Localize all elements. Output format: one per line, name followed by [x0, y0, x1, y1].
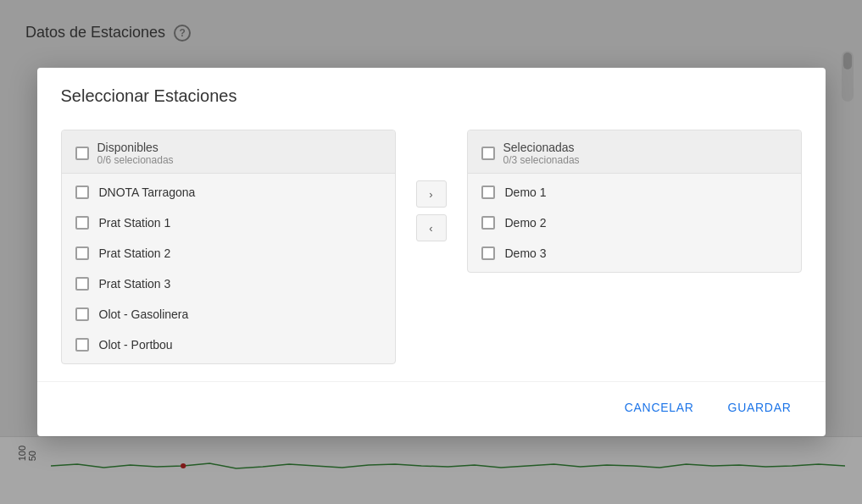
move-right-button[interactable]: ›	[416, 180, 447, 208]
available-checkbox-2[interactable]	[75, 216, 89, 230]
selected-item-1[interactable]: Demo 1	[468, 177, 801, 208]
dialog-body: Disponibles 0/6 selecionadas DNOTA Tarra…	[37, 121, 826, 381]
selected-checkbox-3[interactable]	[481, 246, 495, 260]
selected-item-2[interactable]: Demo 2	[468, 208, 801, 238]
available-item-label-2: Prat Station 1	[99, 216, 171, 230]
available-checkbox-5[interactable]	[75, 307, 89, 321]
available-checkbox-4[interactable]	[75, 277, 89, 291]
available-checkbox-6[interactable]	[75, 338, 89, 352]
background-page: Datos de Estaciones ? 100 50 Seleccionar…	[0, 0, 862, 504]
available-checkbox-3[interactable]	[75, 246, 89, 260]
available-panel-items: DNOTA Tarragona Prat Station 1 Prat Stat…	[62, 174, 395, 363]
selected-checkbox-1[interactable]	[481, 186, 495, 199]
selected-select-all-checkbox[interactable]	[481, 147, 495, 160]
cancel-button[interactable]: CANCELAR	[611, 394, 708, 421]
available-item-3[interactable]: Prat Station 2	[62, 238, 395, 269]
selected-panel: Selecionadas 0/3 selecionadas Demo 1 Dem…	[467, 130, 802, 273]
available-panel-subtitle: 0/6 selecionadas	[97, 154, 174, 166]
available-item-2[interactable]: Prat Station 1	[62, 208, 395, 238]
selected-item-label-2: Demo 2	[505, 216, 547, 230]
modal-overlay: Seleccionar Estaciones Disponibles 0/6 s…	[0, 0, 862, 504]
available-item-label-4: Prat Station 3	[99, 277, 171, 291]
available-item-6[interactable]: Olot - Portbou	[62, 330, 395, 360]
available-panel: Disponibles 0/6 selecionadas DNOTA Tarra…	[61, 130, 396, 364]
available-item-4[interactable]: Prat Station 3	[62, 269, 395, 299]
selected-panel-subtitle: 0/3 selecionadas	[503, 154, 580, 166]
available-panel-header: Disponibles 0/6 selecionadas	[62, 130, 395, 174]
selected-checkbox-2[interactable]	[481, 216, 495, 230]
available-panel-title: Disponibles	[97, 141, 174, 154]
available-select-all-checkbox[interactable]	[75, 147, 89, 160]
available-item-1[interactable]: DNOTA Tarragona	[62, 177, 395, 208]
selected-panel-title: Selecionadas	[503, 141, 580, 154]
dialog: Seleccionar Estaciones Disponibles 0/6 s…	[37, 68, 826, 436]
available-item-label-6: Olot - Portbou	[99, 338, 173, 352]
selected-item-label-3: Demo 3	[505, 246, 547, 260]
available-item-5[interactable]: Olot - Gasolinera	[62, 299, 395, 330]
transfer-controls: › ‹	[413, 130, 450, 241]
save-button[interactable]: GUARDAR	[715, 394, 805, 421]
available-checkbox-1[interactable]	[75, 186, 89, 199]
available-item-label-5: Olot - Gasolinera	[99, 307, 189, 321]
available-item-label-1: DNOTA Tarragona	[99, 186, 196, 199]
dialog-title: Seleccionar Estaciones	[37, 68, 826, 121]
move-left-button[interactable]: ‹	[416, 214, 447, 241]
selected-panel-items: Demo 1 Demo 2 Demo 3	[468, 174, 801, 272]
selected-item-label-1: Demo 1	[505, 186, 547, 199]
selected-item-3[interactable]: Demo 3	[468, 238, 801, 269]
dialog-footer: CANCELAR GUARDAR	[37, 381, 826, 436]
selected-panel-header: Selecionadas 0/3 selecionadas	[468, 130, 801, 174]
available-item-label-3: Prat Station 2	[99, 246, 171, 260]
